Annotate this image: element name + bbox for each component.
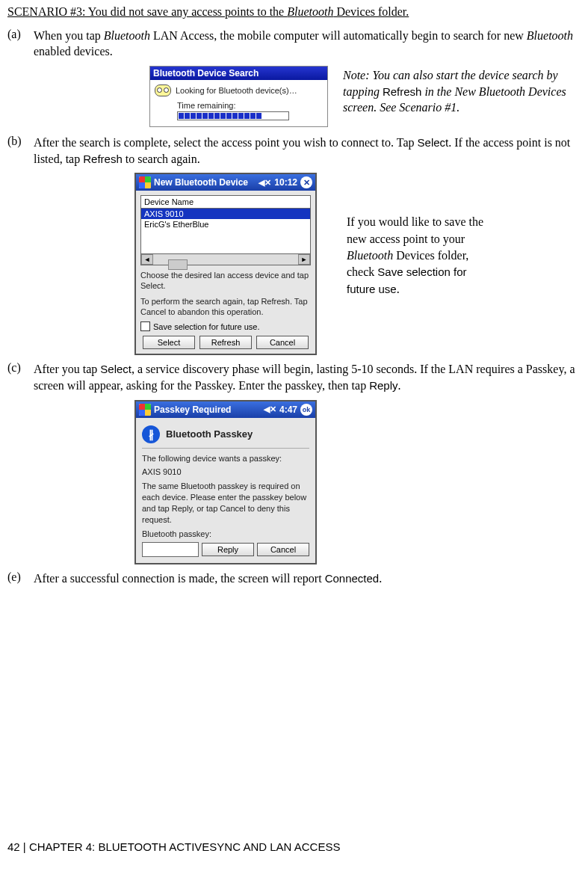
device-list-item[interactable]: EricG's EtherBlue xyxy=(141,219,310,230)
save-selection-label: Save selection for future use. xyxy=(153,322,259,331)
save-selection-checkbox[interactable] xyxy=(140,321,150,331)
scroll-left-icon[interactable]: ◄ xyxy=(141,254,153,265)
figB-side-note: If you would like to save the new access… xyxy=(347,173,489,298)
passkey-instruction: The same Bluetooth passkey is required o… xyxy=(142,481,309,525)
ok-button[interactable]: ok xyxy=(300,404,312,416)
passkey-prompt-line1: The following device wants a passkey: xyxy=(142,453,309,464)
step-c-letter: (c) xyxy=(7,361,34,393)
passkey-title: Passkey Required xyxy=(154,404,231,415)
scroll-right-icon[interactable]: ► xyxy=(298,254,310,265)
select-button[interactable]: Select xyxy=(143,336,195,349)
passkey-input[interactable] xyxy=(142,542,199,557)
windows-start-icon[interactable] xyxy=(139,404,151,416)
close-icon[interactable]: ✕ xyxy=(300,176,312,188)
reply-button[interactable]: Reply xyxy=(202,543,254,556)
figA-side-note: Note: You can also start the device sear… xyxy=(343,66,581,116)
device-list[interactable]: AXIS 9010 EricG's EtherBlue xyxy=(140,208,311,254)
cancel-button[interactable]: Cancel xyxy=(256,336,309,349)
refresh-button[interactable]: Refresh xyxy=(199,336,252,349)
new-bluetooth-device-window: New Bluetooth Device ◀✕ 10:12 ✕ Device N… xyxy=(134,173,317,355)
device-list-header: Device Name xyxy=(140,195,311,208)
searching-text: Looking for Bluetooth device(s)… xyxy=(176,86,297,95)
passkey-titlebar: Passkey Required ◀✕ 4:47 ok xyxy=(136,401,315,418)
bluetooth-search-dialog: Bluetooth Device Search Looking for Blue… xyxy=(149,66,328,127)
step-e-letter: (e) xyxy=(7,570,34,587)
search-animation-icon xyxy=(155,84,171,96)
page-footer: 42 | CHAPTER 4: BLUETOOTH ACTIVESYNC AND… xyxy=(7,840,340,853)
volume-icon[interactable]: ◀✕ xyxy=(264,404,276,414)
chapter-label: CHAPTER 4: BLUETOOTH ACTIVESYNC AND LAN … xyxy=(29,840,341,853)
search-progress-bar xyxy=(177,111,289,120)
device-list-item-selected[interactable]: AXIS 9010 xyxy=(141,209,310,219)
step-b-letter: (b) xyxy=(7,135,34,167)
clock-label: 10:12 xyxy=(274,177,297,188)
clock-label: 4:47 xyxy=(279,404,297,415)
passkey-header: Bluetooth Passkey xyxy=(166,428,253,440)
volume-icon[interactable]: ◀✕ xyxy=(259,178,271,188)
step-a-letter: (a) xyxy=(7,28,34,60)
step-e: (e) After a successful connection is mad… xyxy=(7,570,581,587)
time-remaining-label: Time remaining: xyxy=(177,101,323,110)
cancel-button[interactable]: Cancel xyxy=(257,543,309,556)
bluetooth-icon: ∦ xyxy=(142,425,160,443)
new-bt-device-titlebar: New Bluetooth Device ◀✕ 10:12 ✕ xyxy=(136,174,315,191)
scenario-title: SCENARIO #3: You did not save any access… xyxy=(7,4,581,20)
passkey-field-label: Bluetooth passkey: xyxy=(142,529,309,540)
scenario-title-italic: Bluetooth xyxy=(287,5,333,18)
scroll-thumb[interactable] xyxy=(168,259,188,270)
bluetooth-search-titlebar: Bluetooth Device Search xyxy=(150,67,327,80)
scenario-title-suffix: Devices folder. xyxy=(333,5,409,18)
step-b: (b) After the search is complete, select… xyxy=(7,135,581,167)
page-number: 42 xyxy=(7,840,20,853)
instruction-text-1: Choose the desired lan access device and… xyxy=(140,270,311,292)
passkey-required-window: Passkey Required ◀✕ 4:47 ok ∦ Bluetooth … xyxy=(134,400,317,565)
step-c: (c) After you tap Select, a service disc… xyxy=(7,361,581,393)
passkey-device-name: AXIS 9010 xyxy=(142,467,309,478)
windows-start-icon[interactable] xyxy=(139,176,151,188)
step-e-body: After a successful connection is made, t… xyxy=(34,570,581,587)
device-list-scrollbar[interactable]: ◄ ► xyxy=(140,254,311,265)
new-bt-device-title: New Bluetooth Device xyxy=(154,177,248,188)
step-b-body: After the search is complete, select the… xyxy=(34,135,581,167)
scenario-title-prefix: SCENARIO #3: You did not save any access… xyxy=(7,5,287,18)
step-a-body: When you tap Bluetooth LAN Access, the m… xyxy=(34,28,581,60)
step-c-body: After you tap Select, a service discover… xyxy=(34,361,581,393)
instruction-text-2: To perform the search again, tap Refresh… xyxy=(140,296,311,318)
step-a: (a) When you tap Bluetooth LAN Access, t… xyxy=(7,28,581,60)
